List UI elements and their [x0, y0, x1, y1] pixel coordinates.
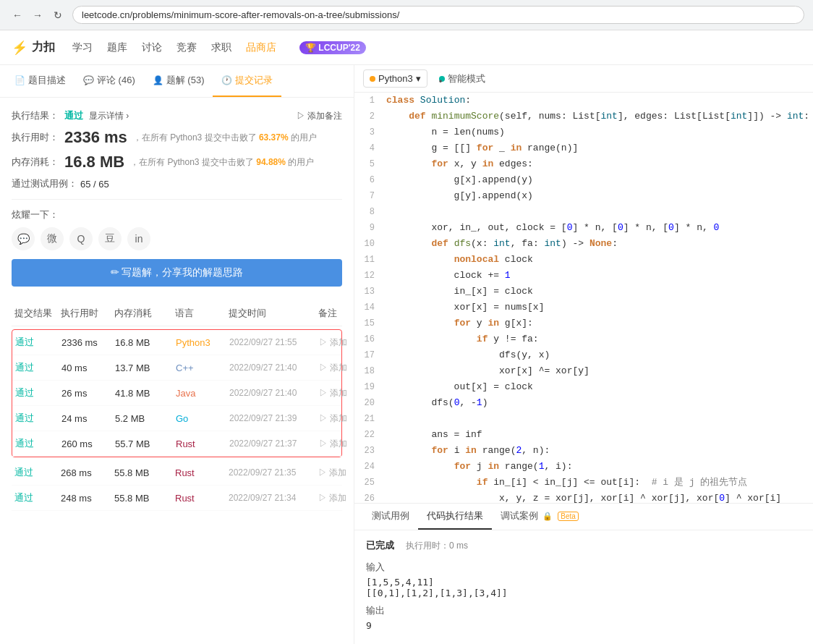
- input-value-2: [[0,1],[1,2],[1,3],[3,4]]: [366, 588, 804, 598]
- sub-add-note[interactable]: ▷ 添加: [319, 336, 354, 349]
- code-line: 4 g = [[] for _ in range(n)]: [354, 140, 813, 156]
- nav-contest[interactable]: 竞赛: [176, 41, 197, 54]
- browser-bar: ← → ↻ leetcode.cn/problems/minimum-score…: [0, 0, 813, 30]
- add-note-button[interactable]: ▷ 添加备注: [297, 110, 342, 122]
- highlighted-submissions-group: 通过 2336 ms 16.8 MB Python3 2022/09/27 21…: [12, 329, 342, 457]
- input-row: 输入 [1,5,5,4,11] [[0,1],[1,2],[1,3],[3,4]…: [366, 561, 804, 598]
- line-content: xor[x] = nums[x]: [380, 300, 813, 315]
- code-line: 19 out[x] = clock: [354, 379, 813, 395]
- code-line: 13 in_[x] = clock: [354, 284, 813, 300]
- nav-discuss[interactable]: 讨论: [142, 41, 162, 54]
- line-number: 16: [354, 331, 380, 347]
- sub-submitted: 2022/09/27 21:40: [229, 388, 316, 398]
- code-line: 25 if in_[i] < in_[j] <= out[i]: # i 是 j…: [354, 475, 813, 491]
- status-done: 已完成: [366, 539, 394, 552]
- time-value: 2336 ms: [64, 128, 127, 147]
- linkedin-icon[interactable]: in: [127, 227, 150, 250]
- smart-mode-toggle[interactable]: • 智能模式: [439, 72, 485, 85]
- tab-comments[interactable]: 💬 评论 (46): [75, 65, 144, 97]
- line-number: 21: [354, 411, 380, 427]
- table-row[interactable]: 通过 26 ms 41.8 MB Java 2022/09/27 21:40 ▷…: [12, 381, 341, 406]
- refresh-button[interactable]: ↻: [49, 7, 67, 24]
- line-number: 6: [354, 172, 380, 188]
- line-number: 12: [354, 268, 380, 284]
- col-header-time: 执行用时: [61, 307, 111, 320]
- write-solution-button[interactable]: ✏ 写题解，分享我的解题思路: [12, 259, 342, 287]
- tab-debug[interactable]: 调试案例 🔒 Beta: [492, 504, 587, 530]
- input-label: 输入: [366, 561, 804, 574]
- sub-status: 通过: [15, 437, 59, 450]
- code-editor[interactable]: 1class Solution:2 def minimumScore(self,…: [354, 93, 813, 503]
- line-number: 23: [354, 443, 380, 459]
- sub-add-note[interactable]: ▷ 添加: [319, 438, 354, 450]
- line-content: in_[x] = clock: [380, 284, 813, 300]
- output-value: 9: [366, 620, 804, 631]
- code-line: 26 x, y, z = xor[j], xor[i] ^ xor[j], xo…: [354, 491, 813, 503]
- logo-text: 力扣: [32, 40, 55, 55]
- code-line: 7 g[y].append(x): [354, 188, 813, 204]
- line-number: 3: [354, 124, 380, 140]
- app-container: ⚡ 力扣 学习 题库 讨论 竞赛 求职 品商店 🏆 LCCUP'22 📄 题目描…: [0, 30, 813, 644]
- tab-submissions[interactable]: 🕐 提交记录: [213, 65, 281, 97]
- tab-description[interactable]: 📄 题目描述: [6, 65, 75, 97]
- nav-study[interactable]: 学习: [72, 41, 93, 54]
- exec-time: 执行用时：0 ms: [406, 540, 468, 552]
- nav-problems[interactable]: 题库: [107, 41, 127, 54]
- sub-add-note[interactable]: ▷ 添加: [319, 362, 354, 374]
- table-row[interactable]: 通过 40 ms 13.7 MB C++ 2022/09/27 21:40 ▷ …: [12, 355, 341, 381]
- sub-add-note[interactable]: ▷ 添加: [319, 387, 354, 399]
- sub-add-note[interactable]: ▷ 添加: [318, 492, 354, 504]
- tab-solutions[interactable]: 👤 题解 (53): [144, 65, 213, 97]
- table-row[interactable]: 通过 268 ms 55.8 MB Rust 2022/09/27 21:35 …: [12, 460, 342, 486]
- memory-label: 内存消耗：: [12, 156, 59, 169]
- result-detail-link[interactable]: 显示详情 ›: [89, 110, 129, 122]
- sub-add-note[interactable]: ▷ 添加: [318, 467, 354, 479]
- logo: ⚡ 力扣: [12, 40, 55, 56]
- col-header-lang: 语言: [175, 307, 226, 320]
- line-content: x, y, z = xor[j], xor[i] ^ xor[j], xor[0…: [380, 491, 813, 503]
- tab-code-result[interactable]: 代码执行结果: [418, 504, 492, 530]
- language-selector[interactable]: Python3 ▾: [363, 69, 427, 88]
- sub-memory: 55.8 MB: [114, 467, 172, 478]
- line-content: if y != fa:: [380, 331, 813, 347]
- solutions-icon: 👤: [153, 75, 163, 85]
- wechat-icon[interactable]: 💬: [12, 227, 35, 250]
- table-row[interactable]: 通过 248 ms 55.8 MB Rust 2022/09/27 21:34 …: [12, 486, 342, 511]
- lccup-badge[interactable]: 🏆 LCCUP'22: [299, 41, 366, 54]
- time-desc: ，在所有 Python3 提交中击败了 63.37% 的用户: [133, 132, 317, 144]
- line-number: 8: [354, 204, 380, 220]
- line-content: class Solution:: [380, 93, 813, 109]
- sub-submitted: 2022/09/27 21:39: [229, 413, 316, 423]
- douban-icon[interactable]: 豆: [98, 227, 122, 250]
- sub-lang: Go: [176, 413, 226, 424]
- line-number: 15: [354, 315, 380, 331]
- editor-top-bar: Python3 ▾ • 智能模式: [354, 65, 813, 93]
- code-line: 22 ans = inf: [354, 427, 813, 443]
- lang-chevron-icon: ▾: [416, 73, 421, 84]
- code-line: 24 for j in range(1, i):: [354, 459, 813, 475]
- sub-time: 2336 ms: [61, 337, 112, 348]
- line-content: ans = inf: [380, 427, 813, 443]
- sub-time: 260 ms: [61, 438, 112, 449]
- address-bar[interactable]: leetcode.cn/problems/minimum-score-after…: [72, 6, 804, 24]
- table-row[interactable]: 通过 260 ms 55.7 MB Rust 2022/09/27 21:37 …: [12, 431, 341, 457]
- nav-shop[interactable]: 品商店: [246, 41, 276, 54]
- back-button[interactable]: ←: [9, 7, 26, 24]
- tab-testcase[interactable]: 测试用例: [363, 504, 418, 530]
- left-tab-bar: 📄 题目描述 💬 评论 (46) 👤 题解 (53) 🕐 提交记录: [0, 65, 354, 98]
- sub-add-note[interactable]: ▷ 添加: [319, 412, 354, 425]
- code-line: 14 xor[x] = nums[x]: [354, 300, 813, 315]
- table-row[interactable]: 通过 24 ms 5.2 MB Go 2022/09/27 21:39 ▷ 添加: [12, 406, 341, 431]
- line-content: xor[x] ^= xor[y]: [380, 363, 813, 379]
- col-header-memory: 内存消耗: [114, 307, 172, 320]
- sub-memory: 13.7 MB: [115, 363, 173, 373]
- code-line: 17 dfs(y, x): [354, 347, 813, 363]
- line-content: xor, in_, out, clock = [0] * n, [0] * n,…: [380, 220, 813, 236]
- qq-icon[interactable]: Q: [69, 227, 93, 250]
- right-panel: Python3 ▾ • 智能模式 1class Solution:2 def m…: [354, 65, 813, 644]
- weibo-icon[interactable]: 微: [41, 227, 64, 250]
- smart-dot: •: [439, 76, 445, 82]
- forward-button[interactable]: →: [29, 7, 46, 24]
- nav-jobs[interactable]: 求职: [211, 41, 231, 54]
- table-row[interactable]: 通过 2336 ms 16.8 MB Python3 2022/09/27 21…: [12, 330, 341, 355]
